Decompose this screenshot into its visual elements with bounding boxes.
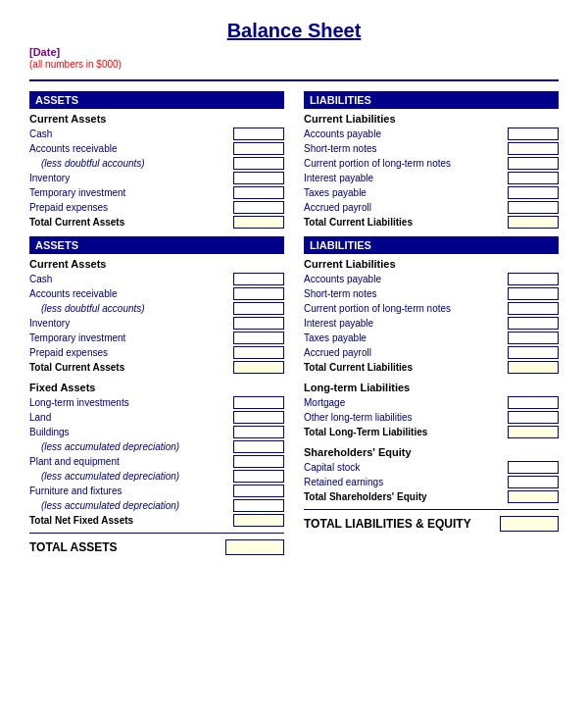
list-item: Short-term notes: [304, 141, 559, 155]
list-item: Temporary investment: [29, 331, 284, 344]
doubtful-input-1[interactable]: [233, 157, 284, 170]
prepaid-input-1[interactable]: [233, 201, 284, 214]
plant-input[interactable]: [233, 455, 284, 468]
total-lt-liab-box[interactable]: [508, 426, 559, 438]
temp-inv-input-2[interactable]: [233, 332, 284, 344]
equity-title: Shareholders' Equity: [304, 446, 559, 458]
total-liabilities-equity-row: TOTAL LIABILITIES & EQUITY: [304, 516, 559, 532]
list-item: (less doubtful accounts): [29, 156, 284, 170]
list-item: (less accumulated depreciation): [29, 498, 284, 512]
list-item: Accounts receivable: [29, 286, 284, 300]
doubtful-input-2[interactable]: [233, 302, 284, 315]
retained-earnings-input[interactable]: [508, 476, 559, 488]
list-item: Accounts payable: [304, 127, 559, 140]
inventory-input-1[interactable]: [233, 172, 284, 184]
other-lt-input[interactable]: [508, 411, 559, 424]
buildings-input[interactable]: [233, 426, 284, 438]
lt-notes-input-1[interactable]: [508, 157, 559, 170]
land-input[interactable]: [233, 411, 284, 424]
ar-input-2[interactable]: [233, 287, 284, 300]
total-assets-row: TOTAL ASSETS: [29, 539, 284, 555]
fixed-assets-title: Fixed Assets: [29, 382, 284, 393]
payroll-input-2[interactable]: [508, 346, 559, 359]
list-item: (less accumulated depreciation): [29, 439, 284, 453]
current-assets-title-2: Current Assets: [29, 258, 284, 270]
assets-column: ASSETS Current Assets Cash Accounts rece…: [29, 91, 284, 555]
page-title: Balance Sheet: [29, 20, 559, 42]
list-item: Other long-term liabilities: [304, 410, 559, 424]
list-item: Temporary investment: [29, 185, 284, 199]
current-liabilities-title-2: Current Liabilities: [304, 258, 559, 270]
cash-input-2[interactable]: [233, 273, 284, 285]
total-current-assets-row-1: Total Current Assets: [29, 216, 284, 229]
list-item: Accrued payroll: [304, 200, 559, 214]
list-item: (less accumulated depreciation): [29, 469, 284, 483]
list-item: Inventory: [29, 316, 284, 330]
numbers-note: (all numbers in $000): [29, 59, 559, 70]
total-current-liab-row-2: Total Current Liabilities: [304, 361, 559, 374]
taxes-input-2[interactable]: [508, 332, 559, 344]
total-equity-box[interactable]: [508, 490, 559, 503]
list-item: Accrued payroll: [304, 345, 559, 359]
furn-deprec-input[interactable]: [233, 499, 284, 512]
bldg-deprec-input[interactable]: [233, 440, 284, 453]
current-assets-title-1: Current Assets: [29, 113, 284, 125]
payroll-input-1[interactable]: [508, 201, 559, 214]
date-label: [Date]: [29, 46, 559, 58]
total-fixed-assets-box[interactable]: [233, 514, 284, 527]
ap-input-2[interactable]: [508, 273, 559, 285]
assets-header-1: ASSETS: [29, 91, 284, 109]
list-item: Taxes payable: [304, 185, 559, 199]
list-item: Interest payable: [304, 316, 559, 330]
current-liabilities-title-1: Current Liabilities: [304, 113, 559, 125]
liabilities-header-1: LIABILITIES: [304, 91, 559, 109]
liabilities-column: LIABILITIES Current Liabilities Accounts…: [304, 91, 559, 555]
list-item: Long-term investments: [29, 395, 284, 409]
list-item: Land: [29, 410, 284, 424]
list-item: Inventory: [29, 171, 284, 184]
list-item: Plant and equipment: [29, 454, 284, 468]
lt-invest-input[interactable]: [233, 396, 284, 409]
liabilities-header-2: LIABILITIES: [304, 236, 559, 254]
list-item: Retained earnings: [304, 475, 559, 488]
total-equity-row: Total Shareholders' Equity: [304, 490, 559, 503]
total-fixed-assets-row: Total Net Fixed Assets: [29, 514, 284, 527]
total-current-assets-row-2: Total Current Assets: [29, 361, 284, 374]
furniture-input[interactable]: [233, 485, 284, 497]
interest-input-2[interactable]: [508, 317, 559, 330]
plant-deprec-input[interactable]: [233, 470, 284, 483]
list-item: (less doubtful accounts): [29, 301, 284, 315]
total-current-liab-box-2[interactable]: [508, 361, 559, 374]
list-item: Mortgage: [304, 395, 559, 409]
lt-liabilities-title: Long-term Liabilities: [304, 382, 559, 393]
st-notes-input-1[interactable]: [508, 142, 559, 155]
list-item: Cash: [29, 272, 284, 285]
ar-input-1[interactable]: [233, 142, 284, 155]
interest-input-1[interactable]: [508, 172, 559, 184]
capital-stock-input[interactable]: [508, 461, 559, 474]
total-current-assets-box-1[interactable]: [233, 216, 284, 229]
list-item: Current portion of long-term notes: [304, 301, 559, 315]
list-item: Interest payable: [304, 171, 559, 184]
list-item: Accounts receivable: [29, 141, 284, 155]
lt-notes-input-2[interactable]: [508, 302, 559, 315]
list-item: Current portion of long-term notes: [304, 156, 559, 170]
taxes-input-1[interactable]: [508, 186, 559, 199]
cash-input-1[interactable]: [233, 128, 284, 140]
assets-header-2: ASSETS: [29, 236, 284, 254]
list-item: Taxes payable: [304, 331, 559, 344]
prepaid-input-2[interactable]: [233, 346, 284, 359]
total-liabilities-equity-box[interactable]: [500, 516, 559, 532]
st-notes-input-2[interactable]: [508, 287, 559, 300]
temp-inv-input-1[interactable]: [233, 186, 284, 199]
list-item: Furniture and fixtures: [29, 484, 284, 497]
inventory-input-2[interactable]: [233, 317, 284, 330]
total-current-liab-box-1[interactable]: [508, 216, 559, 229]
ap-input-1[interactable]: [508, 128, 559, 140]
list-item: Buildings: [29, 425, 284, 438]
mortgage-input[interactable]: [508, 396, 559, 409]
list-item: Prepaid expenses: [29, 345, 284, 359]
list-item: Capital stock: [304, 460, 559, 474]
total-current-assets-box-2[interactable]: [233, 361, 284, 374]
total-assets-box[interactable]: [225, 539, 284, 555]
